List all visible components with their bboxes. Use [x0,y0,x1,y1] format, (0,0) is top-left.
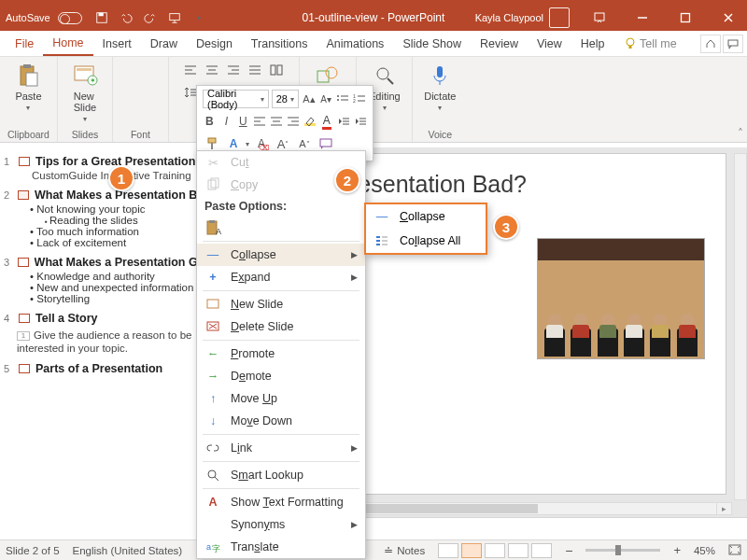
ctx-delete-slide[interactable]: Delete Slide [197,315,365,338]
font-color-icon[interactable]: A [319,112,333,131]
columns-icon[interactable] [267,61,286,79]
svg-point-78 [208,470,216,478]
align-left-icon[interactable] [253,112,267,131]
user-account[interactable]: Kayla Claypool [475,7,570,28]
ctx-expand[interactable]: +Expand▶ [197,266,365,288]
slide-count[interactable]: Slide 2 of 5 [6,545,60,556]
bullets-icon[interactable] [336,90,350,108]
dictate-button[interactable]: Dictate ▾ [420,61,459,114]
autosave-toggle[interactable] [58,12,82,24]
tab-slideshow[interactable]: Slide Show [393,31,471,56]
tell-me-search[interactable]: Tell me [614,31,686,56]
outline-view-icon[interactable] [461,543,482,558]
tab-draw[interactable]: Draw [141,31,187,56]
save-icon[interactable] [92,7,112,28]
chevron-down-icon: ▾ [83,115,87,123]
ctx-paste-option[interactable]: A [197,217,365,239]
language-status[interactable]: English (United States) [73,545,183,556]
align-right-icon[interactable] [287,112,301,131]
ctx-synonyms[interactable]: Synonyms▶ [197,513,365,536]
zoom-in-button[interactable]: + [673,543,681,557]
tab-help[interactable]: Help [571,31,614,56]
increase-indent-icon[interactable] [353,112,367,131]
tab-file[interactable]: File [6,31,43,56]
outline-slide-4[interactable]: 4 Tell a Story 1Give the audience a reas… [4,310,199,355]
maximize-icon[interactable] [667,5,704,31]
reading-view-icon[interactable] [508,543,529,558]
italic-icon[interactable]: I [219,112,233,131]
ctx-move-down[interactable]: ↓Move Down [197,410,365,432]
ctx-translate[interactable]: a字Translate [197,536,365,558]
fit-to-window-icon[interactable] [728,544,741,557]
chevron-down-icon: ▾ [438,104,442,112]
new-slide-button[interactable]: ✶ New Slide ▾ [65,61,105,125]
decrease-indent-icon[interactable] [336,112,350,131]
align-center-icon[interactable] [203,61,221,79]
qat-more-icon[interactable]: ▾ [189,7,209,28]
tab-transitions[interactable]: Transitions [242,31,317,56]
normal-view-icon[interactable] [438,543,458,558]
align-left-icon[interactable] [181,61,200,79]
comments-button[interactable] [723,35,743,53]
tab-animations[interactable]: Animations [317,31,394,56]
undo-icon[interactable] [116,7,136,28]
notes-toggle[interactable]: ≐ Notes [384,544,425,557]
ctx-collapse[interactable]: —Collapse▶ [197,244,365,266]
tab-insert[interactable]: Insert [93,31,141,56]
justify-icon[interactable] [246,61,264,79]
slide-image[interactable] [537,238,705,359]
redo-icon[interactable] [140,7,161,28]
ctx-demote[interactable]: →Demote [197,365,365,387]
slide-icon [18,258,29,267]
svg-text:a: a [206,542,211,552]
paste-button[interactable]: Paste ▾ [8,61,48,114]
slide-sorter-view-icon[interactable] [485,543,505,558]
ctx-move-up[interactable]: ↑Move Up [197,387,365,410]
start-slideshow-icon[interactable] [164,7,185,28]
highlight-icon[interactable] [303,112,317,131]
close-icon[interactable] [710,5,747,31]
zoom-out-button[interactable]: − [565,543,572,558]
chevron-right-icon: ▶ [351,250,358,259]
font-size-select[interactable]: 28▾ [272,90,300,108]
align-right-icon[interactable] [224,61,243,79]
scroll-right-icon[interactable]: ▸ [716,503,731,514]
font-name-select[interactable]: Calibri (Body)▾ [203,90,269,108]
view-buttons [438,543,552,558]
underline-icon[interactable]: U [236,112,250,131]
increase-font-icon[interactable]: A▴ [302,90,316,108]
zoom-slider[interactable] [585,549,660,552]
svg-rect-15 [77,68,92,71]
collapse-ribbon-icon[interactable]: ˄ [738,127,743,140]
group-slides: ✶ New Slide ▾ Slides [58,57,113,142]
align-center-icon[interactable] [270,112,284,131]
callout-badge-1: 1 [108,165,134,191]
chevron-down-icon: ▾ [383,104,387,112]
zoom-level[interactable]: 45% [694,545,715,556]
ribbon-options-icon[interactable] [581,5,618,31]
outline-slide-5[interactable]: 5 Parts of a Presentation [4,360,199,377]
decrease-font-icon[interactable]: A▾ [319,90,333,108]
minimize-icon[interactable] [624,5,661,31]
tab-home[interactable]: Home [43,31,92,56]
tab-design[interactable]: Design [187,31,242,56]
tab-review[interactable]: Review [471,31,528,56]
ctx-smart-lookup[interactable]: Smart Lookup [197,464,365,486]
outline-slide-3[interactable]: 3 What Makes a Presentation Good? Knowle… [4,254,199,304]
numbering-icon[interactable]: 12 [353,90,367,108]
ctx-show-text-formatting[interactable]: AShow Text Formatting [197,491,365,513]
share-button[interactable] [700,35,721,53]
vertical-scrollbar[interactable] [734,153,747,500]
outline-slide-1[interactable]: 1 Tips for a Great Presentation CustomGu… [4,153,199,181]
submenu-collapse[interactable]: —Collapse [366,204,486,229]
ctx-new-slide[interactable]: New Slide [197,293,365,315]
ctx-link[interactable]: Link▶ [197,437,365,459]
tab-view[interactable]: View [528,31,571,56]
bold-icon[interactable]: B [203,112,217,131]
outline-slide-2[interactable]: 2 What Makes a Presentation Bad? Not kno… [4,187,199,248]
outline-pane[interactable]: 1 Tips for a Great Presentation CustomGu… [0,147,202,539]
submenu-collapse-all[interactable]: Collapse All [366,229,486,253]
ctx-promote[interactable]: ←Promote [197,343,365,365]
chevron-right-icon: ▶ [351,520,358,529]
slideshow-view-icon[interactable] [531,543,552,558]
